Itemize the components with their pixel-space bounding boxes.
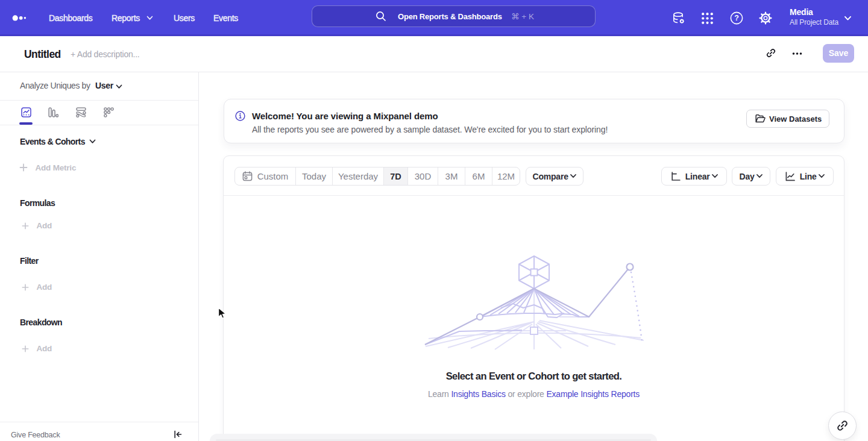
svg-text:?: ? [734,14,739,22]
